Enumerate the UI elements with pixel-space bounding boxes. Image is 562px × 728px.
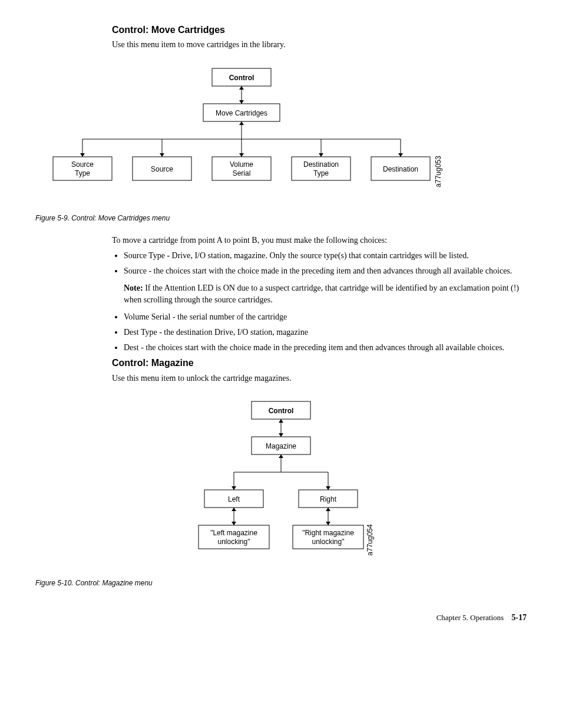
svg-marker-31	[279, 419, 283, 423]
diag1-middle: Move Cartridges	[216, 109, 267, 117]
svg-marker-15	[319, 153, 323, 157]
section2-intro: Use this menu item to unlock the cartrid…	[112, 373, 527, 384]
section1-lead: To move a cartridge from point A to poin…	[112, 235, 527, 246]
note-label: Note:	[124, 284, 143, 292]
section2-title: Control: Magazine	[112, 357, 527, 370]
diag2-left: Left	[228, 495, 240, 503]
svg-marker-45	[232, 522, 236, 525]
svg-text:"Left magazine: "Left magazine	[210, 529, 257, 537]
section1-title: Control: Move Cartridges	[112, 24, 527, 37]
diag1-side: a77ug053	[434, 156, 442, 187]
diag2-right: Right	[320, 495, 337, 503]
note-block: Note: If the Attention LED is ON due to …	[124, 282, 527, 305]
diag1-b1: Source	[151, 165, 173, 173]
svg-marker-48	[326, 522, 330, 525]
diag2-middle: Magazine	[266, 442, 296, 450]
svg-marker-40	[326, 486, 330, 490]
svg-marker-2	[239, 86, 244, 90]
bullet-item: Source Type - Drive, I/O station, magazi…	[124, 250, 527, 262]
page-number: 5-17	[511, 613, 527, 622]
bullet-item: Dest - the choices start with the choice…	[124, 342, 527, 354]
diag1-b4: Destination	[383, 165, 418, 173]
svg-marker-35	[279, 454, 283, 458]
svg-marker-38	[232, 486, 236, 490]
chapter-label: Chapter 5. Operations	[437, 613, 504, 622]
svg-marker-44	[232, 508, 236, 511]
svg-marker-17	[398, 153, 403, 157]
svg-text:Serial: Serial	[233, 169, 251, 177]
svg-text:unlocking": unlocking"	[218, 538, 250, 546]
figure-caption-2: Figure 5-10. Control: Magazine menu	[35, 578, 527, 588]
svg-text:Source: Source	[71, 160, 94, 169]
svg-marker-11	[160, 153, 164, 157]
figure-caption-1: Figure 5-9. Control: Move Cartridges men…	[35, 213, 527, 223]
diagram-move-cartridges: Control Move Cartridges Source Type Sour…	[35, 62, 448, 192]
bullet-item: Source - the choices start with the choi…	[124, 265, 527, 277]
svg-text:Volume: Volume	[230, 160, 253, 169]
svg-text:unlocking": unlocking"	[312, 538, 345, 546]
svg-text:Type: Type	[75, 169, 90, 177]
svg-marker-32	[279, 433, 283, 437]
bullet-list-2: Volume Serial - the serial number of the…	[112, 311, 527, 353]
bullet-list-1: Source Type - Drive, I/O station, magazi…	[112, 250, 527, 276]
note-text: If the Attention LED is ON due to a susp…	[124, 284, 519, 304]
svg-text:Type: Type	[313, 169, 329, 177]
diag2-side: a77ug054	[366, 524, 374, 556]
svg-text:"Right magazine: "Right magazine	[302, 529, 354, 537]
bullet-item: Volume Serial - the serial number of the…	[124, 311, 527, 323]
svg-marker-6	[239, 121, 244, 125]
diag2-top: Control	[269, 407, 294, 415]
section1-intro: Use this menu item to move cartridges in…	[112, 39, 527, 51]
diag1-top: Control	[229, 74, 254, 82]
svg-marker-3	[239, 100, 244, 104]
diagram-magazine: Control Magazine Left Right "Left magazi…	[163, 396, 399, 572]
svg-marker-13	[239, 153, 244, 157]
svg-marker-47	[326, 508, 330, 511]
svg-text:Destination: Destination	[303, 160, 339, 169]
svg-marker-9	[80, 153, 85, 157]
page-footer: Chapter 5. Operations 5-17	[35, 612, 527, 624]
bullet-item: Dest Type - the destination Drive, I/O s…	[124, 327, 527, 338]
